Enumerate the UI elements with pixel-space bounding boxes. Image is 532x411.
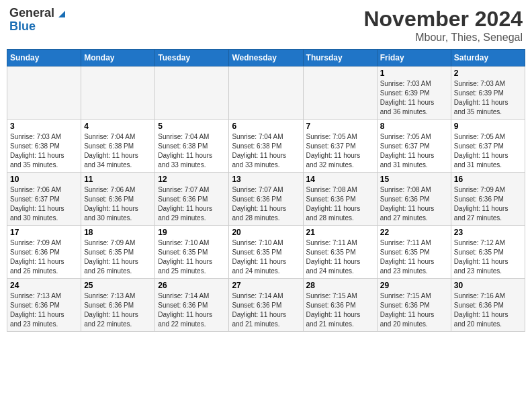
week-row-4: 24Sunrise: 7:13 AM Sunset: 6:36 PM Dayli… [7, 279, 525, 332]
day-cell-3-1: 18Sunrise: 7:09 AM Sunset: 6:35 PM Dayli… [81, 226, 155, 279]
day-cell-4-2: 26Sunrise: 7:14 AM Sunset: 6:36 PM Dayli… [155, 279, 229, 332]
logo-triangle-icon [56, 8, 66, 19]
calendar-body: 1Sunrise: 7:03 AM Sunset: 6:39 PM Daylig… [7, 66, 525, 332]
day-cell-3-4: 21Sunrise: 7:11 AM Sunset: 6:35 PM Dayli… [303, 226, 377, 279]
day-info-4-0: Sunrise: 7:13 AM Sunset: 6:36 PM Dayligh… [10, 291, 78, 329]
location: Mbour, Thies, Senegal [363, 32, 523, 44]
logo: General Blue [9, 7, 66, 34]
day-number-4-4: 28 [306, 281, 374, 290]
day-cell-2-6: 16Sunrise: 7:09 AM Sunset: 6:36 PM Dayli… [451, 173, 525, 226]
day-number-2-2: 12 [158, 175, 226, 184]
day-cell-3-2: 19Sunrise: 7:10 AM Sunset: 6:35 PM Dayli… [155, 226, 229, 279]
day-number-3-1: 18 [84, 228, 152, 237]
day-cell-1-5: 8Sunrise: 7:05 AM Sunset: 6:37 PM Daylig… [377, 120, 451, 173]
day-number-3-0: 17 [10, 228, 78, 237]
day-number-3-2: 19 [158, 228, 226, 237]
day-info-4-1: Sunrise: 7:13 AM Sunset: 6:36 PM Dayligh… [84, 291, 152, 329]
day-cell-0-2 [155, 66, 229, 120]
day-number-3-6: 23 [454, 228, 522, 237]
day-info-0-5: Sunrise: 7:03 AM Sunset: 6:39 PM Dayligh… [380, 79, 448, 117]
week-row-2: 10Sunrise: 7:06 AM Sunset: 6:37 PM Dayli… [7, 173, 525, 226]
day-info-4-3: Sunrise: 7:14 AM Sunset: 6:36 PM Dayligh… [232, 291, 300, 329]
day-cell-1-1: 4Sunrise: 7:04 AM Sunset: 6:38 PM Daylig… [81, 120, 155, 173]
day-cell-2-1: 11Sunrise: 7:06 AM Sunset: 6:36 PM Dayli… [81, 173, 155, 226]
weekday-row: Sunday Monday Tuesday Wednesday Thursday… [7, 50, 525, 66]
day-cell-1-4: 7Sunrise: 7:05 AM Sunset: 6:37 PM Daylig… [303, 120, 377, 173]
day-number-2-6: 16 [454, 175, 522, 184]
day-info-3-1: Sunrise: 7:09 AM Sunset: 6:35 PM Dayligh… [84, 238, 152, 276]
day-cell-3-3: 20Sunrise: 7:10 AM Sunset: 6:35 PM Dayli… [229, 226, 303, 279]
day-cell-0-0 [7, 66, 81, 120]
day-info-4-4: Sunrise: 7:15 AM Sunset: 6:36 PM Dayligh… [306, 291, 374, 329]
header-monday: Monday [81, 50, 155, 66]
day-number-1-6: 9 [454, 122, 522, 131]
calendar-table: Sunday Monday Tuesday Wednesday Thursday… [7, 49, 525, 332]
header-friday: Friday [377, 50, 451, 66]
day-number-3-3: 20 [232, 228, 300, 237]
day-info-1-3: Sunrise: 7:04 AM Sunset: 6:38 PM Dayligh… [232, 132, 300, 170]
day-number-2-0: 10 [10, 175, 78, 184]
day-number-4-2: 26 [158, 281, 226, 290]
day-number-2-1: 11 [84, 175, 152, 184]
header-thursday: Thursday [303, 50, 377, 66]
day-info-1-0: Sunrise: 7:03 AM Sunset: 6:38 PM Dayligh… [10, 132, 78, 170]
day-cell-2-2: 12Sunrise: 7:07 AM Sunset: 6:36 PM Dayli… [155, 173, 229, 226]
day-number-4-5: 29 [380, 281, 448, 290]
day-cell-4-1: 25Sunrise: 7:13 AM Sunset: 6:36 PM Dayli… [81, 279, 155, 332]
day-cell-0-1 [81, 66, 155, 120]
day-cell-0-4 [303, 66, 377, 120]
day-info-1-2: Sunrise: 7:04 AM Sunset: 6:38 PM Dayligh… [158, 132, 226, 170]
day-cell-3-6: 23Sunrise: 7:12 AM Sunset: 6:35 PM Dayli… [451, 226, 525, 279]
logo-general: General [9, 7, 54, 20]
svg-marker-0 [58, 11, 65, 17]
day-number-2-5: 15 [380, 175, 448, 184]
day-info-3-5: Sunrise: 7:11 AM Sunset: 6:35 PM Dayligh… [380, 238, 448, 276]
day-number-2-4: 14 [306, 175, 374, 184]
day-cell-4-4: 28Sunrise: 7:15 AM Sunset: 6:36 PM Dayli… [303, 279, 377, 332]
day-info-1-6: Sunrise: 7:05 AM Sunset: 6:37 PM Dayligh… [454, 132, 522, 170]
day-number-4-3: 27 [232, 281, 300, 290]
day-number-0-5: 1 [380, 68, 448, 78]
header-sunday: Sunday [7, 50, 81, 66]
day-cell-0-6: 2Sunrise: 7:03 AM Sunset: 6:39 PM Daylig… [451, 66, 525, 120]
day-cell-2-0: 10Sunrise: 7:06 AM Sunset: 6:37 PM Dayli… [7, 173, 81, 226]
day-cell-3-5: 22Sunrise: 7:11 AM Sunset: 6:35 PM Dayli… [377, 226, 451, 279]
day-number-1-1: 4 [84, 122, 152, 131]
day-info-3-3: Sunrise: 7:10 AM Sunset: 6:35 PM Dayligh… [232, 238, 300, 276]
day-info-1-4: Sunrise: 7:05 AM Sunset: 6:37 PM Dayligh… [306, 132, 374, 170]
day-number-4-0: 24 [10, 281, 78, 290]
day-number-1-5: 8 [380, 122, 448, 131]
day-cell-4-5: 29Sunrise: 7:15 AM Sunset: 6:36 PM Dayli… [377, 279, 451, 332]
day-info-1-5: Sunrise: 7:05 AM Sunset: 6:37 PM Dayligh… [380, 132, 448, 170]
day-cell-1-2: 5Sunrise: 7:04 AM Sunset: 6:38 PM Daylig… [155, 120, 229, 173]
day-info-2-3: Sunrise: 7:07 AM Sunset: 6:36 PM Dayligh… [232, 185, 300, 223]
day-info-0-6: Sunrise: 7:03 AM Sunset: 6:39 PM Dayligh… [454, 79, 522, 117]
title-area: November 2024 Mbour, Thies, Senegal [363, 7, 523, 44]
day-number-1-4: 7 [306, 122, 374, 131]
day-number-0-6: 2 [454, 68, 522, 78]
day-cell-1-0: 3Sunrise: 7:03 AM Sunset: 6:38 PM Daylig… [7, 120, 81, 173]
day-number-1-2: 5 [158, 122, 226, 131]
day-number-1-3: 6 [232, 122, 300, 131]
day-info-2-4: Sunrise: 7:08 AM Sunset: 6:36 PM Dayligh… [306, 185, 374, 223]
day-info-3-6: Sunrise: 7:12 AM Sunset: 6:35 PM Dayligh… [454, 238, 522, 276]
day-info-4-5: Sunrise: 7:15 AM Sunset: 6:36 PM Dayligh… [380, 291, 448, 329]
day-info-2-1: Sunrise: 7:06 AM Sunset: 6:36 PM Dayligh… [84, 185, 152, 223]
week-row-3: 17Sunrise: 7:09 AM Sunset: 6:36 PM Dayli… [7, 226, 525, 279]
day-cell-0-3 [229, 66, 303, 120]
day-number-4-1: 25 [84, 281, 152, 290]
day-info-2-5: Sunrise: 7:08 AM Sunset: 6:36 PM Dayligh… [380, 185, 448, 223]
day-cell-1-3: 6Sunrise: 7:04 AM Sunset: 6:38 PM Daylig… [229, 120, 303, 173]
day-info-3-0: Sunrise: 7:09 AM Sunset: 6:36 PM Dayligh… [10, 238, 78, 276]
day-info-1-1: Sunrise: 7:04 AM Sunset: 6:38 PM Dayligh… [84, 132, 152, 170]
page-header: General Blue November 2024 Mbour, Thies,… [7, 7, 525, 44]
week-row-1: 3Sunrise: 7:03 AM Sunset: 6:38 PM Daylig… [7, 120, 525, 173]
day-number-2-3: 13 [232, 175, 300, 184]
day-info-4-6: Sunrise: 7:16 AM Sunset: 6:36 PM Dayligh… [454, 291, 522, 329]
day-number-3-5: 22 [380, 228, 448, 237]
day-info-4-2: Sunrise: 7:14 AM Sunset: 6:36 PM Dayligh… [158, 291, 226, 329]
day-cell-4-6: 30Sunrise: 7:16 AM Sunset: 6:36 PM Dayli… [451, 279, 525, 332]
month-title: November 2024 [363, 7, 523, 32]
day-info-2-6: Sunrise: 7:09 AM Sunset: 6:36 PM Dayligh… [454, 185, 522, 223]
day-number-1-0: 3 [10, 122, 78, 131]
